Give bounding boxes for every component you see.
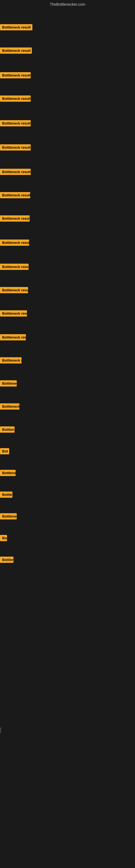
bottleneck-result-item[interactable]: Bottleneck result xyxy=(0,120,31,126)
bottleneck-result-item[interactable]: Bottler xyxy=(0,557,13,563)
bottleneck-result-item[interactable]: Bottle xyxy=(0,492,12,498)
bottleneck-result-item[interactable]: Bottlenec xyxy=(0,380,17,386)
bottleneck-result-item[interactable]: Bottleneck result xyxy=(0,310,27,316)
bottleneck-result-item[interactable]: Bottleneck result xyxy=(0,72,31,79)
bottleneck-result-item[interactable]: Bottleneck result xyxy=(0,48,32,54)
bottleneck-result-item[interactable]: Bottlenec xyxy=(0,513,17,520)
bottleneck-result-item[interactable]: Bottleneck result xyxy=(0,144,31,151)
bottleneck-result-item[interactable]: Bottleneck result xyxy=(0,334,26,340)
bottleneck-result-item[interactable]: Bot xyxy=(0,448,9,454)
bottleneck-result-item[interactable]: Bottleneck result xyxy=(0,24,32,30)
bottleneck-result-item[interactable]: Bottleneck result xyxy=(0,264,29,270)
bottleneck-result-item[interactable]: Bo xyxy=(0,535,7,541)
bottleneck-result-item[interactable]: Bottlen xyxy=(0,426,14,433)
bottleneck-result-item[interactable]: Bottleneck result xyxy=(0,95,31,102)
bottleneck-result-item[interactable]: Bottleneck result xyxy=(0,169,31,175)
bottleneck-result-item[interactable]: Bottleneck result xyxy=(0,192,30,198)
bottleneck-result-item[interactable]: Bottleneck re xyxy=(0,357,21,364)
site-title: TheBottlenecker.com xyxy=(0,0,135,9)
bottleneck-result-item[interactable]: Bottleneck result xyxy=(0,215,30,222)
bottleneck-result-item[interactable]: Bottleneck r xyxy=(0,403,19,410)
bottleneck-result-item[interactable]: Bottleneck result xyxy=(0,287,28,293)
bottleneck-result-item[interactable]: Bottleneck result xyxy=(0,240,29,246)
bottleneck-result-item[interactable]: Bottlene xyxy=(0,470,16,476)
